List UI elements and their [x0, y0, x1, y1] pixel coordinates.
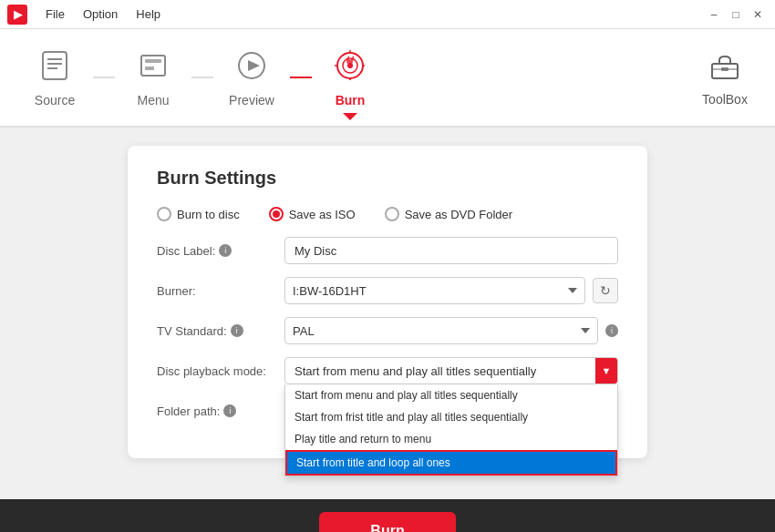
- radio-circle-burn: [157, 207, 171, 221]
- svg-marker-8: [248, 60, 260, 71]
- info-icon-disc-label[interactable]: i: [219, 244, 232, 257]
- info-icon-tv-standard[interactable]: i: [231, 324, 243, 337]
- burner-control: I:BW-16D1HT ↻: [284, 277, 618, 304]
- svg-rect-5: [145, 59, 161, 63]
- label-tv-standard: TV Standard: i: [157, 324, 284, 338]
- label-disc-label: Disc Label: i: [157, 244, 284, 258]
- toolbox-label: ToolBox: [702, 92, 748, 107]
- radio-label-burn: Burn to disc: [177, 208, 240, 221]
- dropdown-arrow-icon[interactable]: ▼: [595, 358, 617, 384]
- menu-icon: [136, 48, 170, 89]
- dropdown-option-2[interactable]: Start from frist title and play all titl…: [285, 406, 617, 428]
- disc-playback-value: Start from menu and play all titles sequ…: [294, 364, 536, 378]
- burn-button[interactable]: Burn: [319, 512, 456, 532]
- burn-label: Burn: [336, 93, 366, 107]
- tv-standard-select[interactable]: PAL NTSC: [284, 317, 598, 344]
- minimize-button[interactable]: –: [704, 5, 724, 25]
- menu-nav-label: Menu: [137, 93, 169, 107]
- radio-circle-dvd: [385, 207, 399, 221]
- label-disc-playback: Disc playback mode:: [157, 364, 284, 378]
- dropdown-option-1[interactable]: Start from menu and play all titles sequ…: [285, 384, 617, 406]
- burner-select-wrapper: I:BW-16D1HT ↻: [284, 277, 618, 304]
- burn-icon: [333, 48, 367, 89]
- radio-label-dvd: Save as DVD Folder: [405, 208, 513, 221]
- nav-item-preview[interactable]: Preview: [206, 36, 297, 118]
- toolbox-icon: [708, 49, 741, 88]
- info-icon-tv-right[interactable]: i: [605, 324, 618, 337]
- radio-burn-to-disc[interactable]: Burn to disc: [157, 207, 240, 221]
- form-row-burner: Burner: I:BW-16D1HT ↻: [157, 276, 618, 305]
- menu-file[interactable]: File: [38, 5, 72, 23]
- radio-row: Burn to disc Save as ISO Save as DVD Fol…: [157, 207, 618, 221]
- tv-standard-control: PAL NTSC i: [284, 317, 618, 344]
- form-row-disc-playback: Disc playback mode: Start from menu and …: [157, 356, 618, 385]
- menu-help[interactable]: Help: [129, 5, 168, 23]
- menu-option[interactable]: Option: [76, 5, 125, 23]
- menu-bar: File Option Help: [38, 5, 168, 23]
- nav-bar: Source Menu Preview: [0, 29, 775, 128]
- maximize-button[interactable]: □: [726, 5, 746, 25]
- info-icon-folder-path[interactable]: i: [223, 404, 236, 417]
- form-row-tv-standard: TV Standard: i PAL NTSC i: [157, 316, 618, 345]
- dropdown-option-3[interactable]: Play title and return to menu: [285, 428, 617, 450]
- disc-playback-list: Start from menu and play all titles sequ…: [284, 384, 618, 476]
- preview-label: Preview: [229, 93, 274, 107]
- card-title: Burn Settings: [157, 168, 618, 189]
- app-icon: ▶: [7, 5, 27, 25]
- nav-item-burn[interactable]: Burn: [305, 36, 396, 118]
- title-bar-left: ▶ File Option Help: [7, 5, 168, 25]
- svg-rect-6: [145, 66, 154, 70]
- burn-area: Burn: [0, 499, 775, 532]
- nav-item-source[interactable]: Source: [9, 36, 100, 118]
- label-burner: Burner:: [157, 284, 284, 298]
- radio-label-iso: Save as ISO: [289, 208, 356, 221]
- tv-standard-select-wrapper: PAL NTSC i: [284, 317, 618, 344]
- radio-save-as-dvd[interactable]: Save as DVD Folder: [385, 207, 513, 221]
- disc-playback-trigger[interactable]: Start from menu and play all titles sequ…: [284, 357, 618, 384]
- burn-settings-card: Burn Settings Burn to disc Save as ISO S…: [128, 146, 647, 458]
- svg-rect-0: [43, 52, 67, 79]
- disc-label-input[interactable]: [284, 237, 618, 264]
- svg-rect-4: [141, 56, 165, 76]
- nav-items: Source Menu Preview: [9, 36, 684, 118]
- disc-playback-dropdown[interactable]: Start from menu and play all titles sequ…: [284, 357, 618, 384]
- disc-label-control: [284, 237, 618, 264]
- burner-refresh-button[interactable]: ↻: [593, 278, 618, 303]
- radio-circle-iso: [269, 207, 284, 221]
- dropdown-option-4[interactable]: Start from title and loop all ones: [285, 450, 617, 476]
- nav-item-menu[interactable]: Menu: [108, 36, 199, 118]
- disc-playback-control: Start from menu and play all titles sequ…: [284, 357, 618, 384]
- preview-icon: [234, 48, 269, 89]
- form-row-disc-label: Disc Label: i: [157, 236, 618, 265]
- burner-select[interactable]: I:BW-16D1HT: [284, 277, 585, 304]
- source-icon: [37, 48, 72, 89]
- nav-toolbox[interactable]: ToolBox: [684, 36, 766, 118]
- label-folder-path: Folder path: i: [157, 404, 284, 418]
- title-bar-controls: – □ ✕: [704, 5, 768, 25]
- close-button[interactable]: ✕: [748, 5, 768, 25]
- main-content: Burn Settings Burn to disc Save as ISO S…: [0, 128, 775, 499]
- source-label: Source: [35, 93, 75, 107]
- radio-save-as-iso[interactable]: Save as ISO: [269, 207, 356, 221]
- title-bar: ▶ File Option Help – □ ✕: [0, 0, 775, 29]
